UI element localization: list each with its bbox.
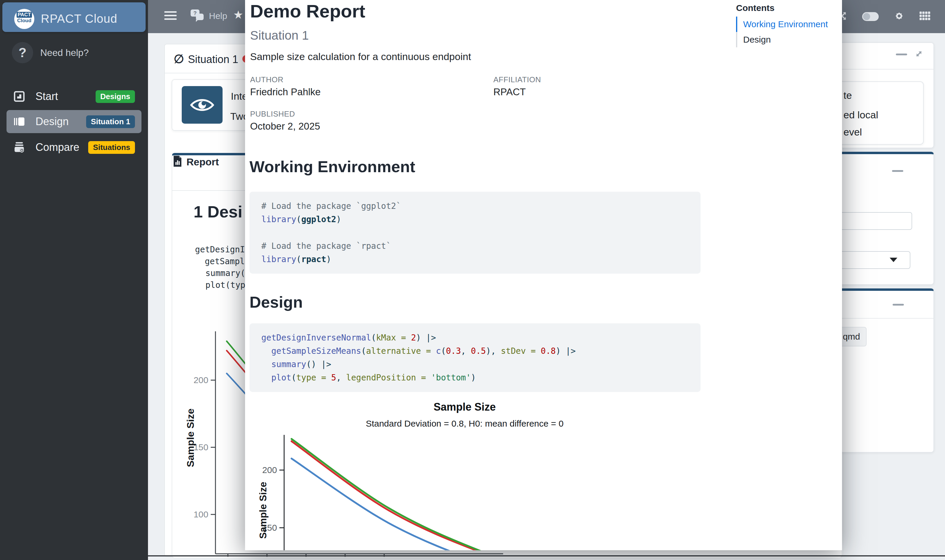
- published-label: PUBLISHED: [250, 109, 295, 118]
- collapse-icon[interactable]: [896, 54, 907, 55]
- sidebar-item-design[interactable]: Design Situation 1: [6, 110, 142, 133]
- report-code-line: plot(type: [205, 280, 250, 290]
- info-line: evel: [843, 126, 862, 138]
- compare-icon: [13, 141, 25, 154]
- menu-icon[interactable]: [164, 11, 177, 22]
- help-chat-icon: ?: [190, 9, 205, 23]
- collapse-icon[interactable]: [892, 170, 903, 172]
- svg-text:200: 200: [194, 375, 208, 385]
- report-code-line: summary(): [205, 268, 250, 278]
- situations-badge: Situations: [88, 141, 135, 154]
- author-label: AUTHOR: [250, 75, 284, 84]
- report-code-line: getDesignIn: [195, 245, 250, 254]
- sidebar-item-label: Compare: [35, 141, 79, 154]
- logo-text-bottom: Cloud: [14, 18, 34, 24]
- topbar-right-icons: [837, 0, 930, 33]
- toggle-knob: [863, 13, 870, 20]
- sample-size-chart: Sample SizeStandard Deviation = 0.8, H0:…: [257, 396, 701, 550]
- contents-title: Contents: [736, 3, 837, 13]
- expand-icon[interactable]: [914, 49, 924, 60]
- brand-title: RPACT Cloud: [41, 12, 117, 25]
- eye-tile: [182, 86, 222, 124]
- sidebar-brand-header[interactable]: PACT Cloud RPACT Cloud: [2, 2, 146, 32]
- contents-nav: Contents Working Environment Design: [736, 3, 837, 47]
- sidebar-item-label: Design: [35, 115, 69, 128]
- sidebar: PACT Cloud RPACT Cloud ? Need help? Star…: [0, 0, 148, 560]
- published-value: October 2, 2025: [250, 121, 320, 132]
- report-heading: 1 Desi: [194, 202, 242, 221]
- section-working-environment: Working Environment: [250, 157, 415, 176]
- report-tab-label: Report: [187, 156, 219, 168]
- chevron-down-icon: [890, 258, 897, 262]
- logo-text-top: PACT: [17, 12, 32, 18]
- theme-toggle[interactable]: [862, 12, 879, 21]
- affiliation-label: AFFILIATION: [493, 75, 541, 84]
- toc-working-environment[interactable]: Working Environment: [736, 17, 837, 32]
- toc-design[interactable]: Design: [736, 32, 837, 47]
- code-block-design: getDesignInverseNormal(kMax = 2) |> getS…: [250, 323, 700, 392]
- report-title: Demo Report: [250, 1, 365, 22]
- svg-text:Standard Deviation = 0.8, H0:: Standard Deviation = 0.8, H0: mean diffe…: [366, 418, 564, 428]
- affiliation-value: RPACT: [493, 86, 526, 98]
- settings-sun-icon[interactable]: [894, 11, 904, 22]
- start-icon: [13, 90, 25, 103]
- report-subtitle: Situation 1: [250, 28, 309, 43]
- eye-icon: [190, 97, 215, 113]
- svg-text:Sample Size: Sample Size: [257, 482, 268, 539]
- collapse-icon[interactable]: [893, 304, 904, 306]
- situation-badge: Situation 1: [86, 115, 135, 128]
- code-block-working-env: # Load the package `ggplot2`library(ggpl…: [250, 192, 700, 274]
- demo-report-dialog: Demo Report Situation 1 Sample size calc…: [245, 0, 842, 550]
- svg-text:100: 100: [194, 509, 208, 519]
- apps-grid-icon[interactable]: [920, 12, 930, 22]
- help-label: Help: [209, 11, 227, 21]
- need-help-icon[interactable]: ?: [12, 42, 33, 63]
- svg-text:200: 200: [262, 465, 277, 475]
- designs-badge: Designs: [96, 90, 135, 103]
- design-icon: [13, 115, 25, 128]
- author-value: Friedrich Pahlke: [250, 86, 321, 98]
- sidebar-item-label: Start: [35, 90, 58, 103]
- report-description: Sample size calculation for a continuous…: [250, 51, 471, 62]
- sidebar-item-start[interactable]: Start Designs: [6, 86, 142, 107]
- report-doc-icon: [172, 155, 182, 168]
- rpact-logo: PACT Cloud: [14, 9, 34, 29]
- sidebar-item-compare[interactable]: Compare Situations: [6, 137, 142, 158]
- tab-situation-1[interactable]: Situation 1: [188, 53, 238, 66]
- bottom-edge-strip: [148, 555, 945, 557]
- svg-text:Sample Size: Sample Size: [185, 409, 196, 467]
- section-design: Design: [250, 293, 303, 311]
- situation-tab-icon: ∅: [174, 52, 184, 66]
- report-code-line: getSample: [205, 257, 250, 266]
- help-button[interactable]: ? Help: [190, 9, 227, 23]
- qmd-label: qmd: [843, 332, 860, 342]
- svg-text:Sample Size: Sample Size: [433, 401, 496, 413]
- need-help-label[interactable]: Need help?: [40, 47, 89, 58]
- favorite-star-icon[interactable]: ★: [233, 8, 243, 21]
- info-line: te: [843, 90, 852, 101]
- info-line: ed local: [843, 109, 878, 121]
- app-root: ? Help ★ PACT Cloud RPACT Cloud: [0, 0, 945, 560]
